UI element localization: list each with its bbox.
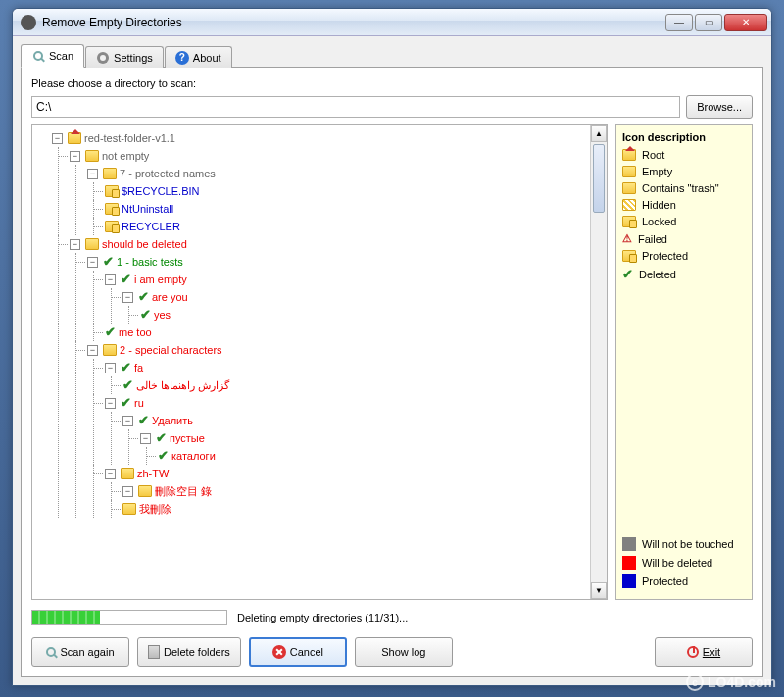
- tree-node[interactable]: NtUninstall: [105, 200, 588, 218]
- check-icon: ✔: [121, 271, 131, 288]
- node-label: fa: [134, 359, 143, 376]
- legend-color-row: Will not be touched: [622, 537, 746, 551]
- titlebar: Remove Empty Directories — ▭ ✕: [13, 9, 771, 36]
- expander-icon[interactable]: −: [105, 274, 116, 285]
- scroll-up-button[interactable]: ▲: [591, 125, 607, 142]
- button-row: Scan again Delete folders Cancel Show lo…: [31, 637, 753, 667]
- color-swatch-red: [622, 556, 636, 570]
- tree-node[interactable]: − ✔ пустые: [140, 429, 588, 447]
- tree-node-root[interactable]: − red-test-folder-v1.1: [52, 129, 588, 147]
- tree-node[interactable]: RECYCLER: [105, 218, 588, 235]
- scroll-thumb[interactable]: [593, 144, 605, 213]
- check-icon: ✔: [122, 376, 133, 394]
- expander-icon[interactable]: −: [52, 133, 63, 144]
- tree-node[interactable]: ✔yes: [140, 306, 588, 324]
- legend-label: Contains "trash": [642, 182, 719, 194]
- button-label: Exit: [703, 646, 720, 658]
- tree-node[interactable]: − ✔ i am empty: [105, 271, 588, 288]
- node-label: me too: [119, 324, 152, 341]
- expander-icon[interactable]: −: [105, 469, 116, 479]
- button-label: Delete folders: [164, 646, 230, 658]
- tree-node[interactable]: ✔каталоги: [158, 447, 588, 465]
- tree-node[interactable]: $RECYCLE.BIN: [105, 182, 588, 200]
- expander-icon[interactable]: −: [122, 486, 133, 497]
- expander-icon[interactable]: −: [87, 257, 98, 268]
- expander-icon[interactable]: −: [105, 363, 116, 373]
- expander-icon[interactable]: −: [87, 345, 98, 356]
- tree-node[interactable]: −刪除空目 錄: [122, 482, 588, 500]
- color-swatch-blue: [622, 574, 636, 588]
- tree-node[interactable]: − zh-TW: [105, 465, 588, 482]
- tree-node[interactable]: − ✔ fa: [105, 359, 588, 376]
- tab-scan[interactable]: Scan: [21, 44, 84, 68]
- expander-icon[interactable]: −: [70, 239, 80, 250]
- tree-node[interactable]: − ✔ Удалить: [122, 412, 588, 429]
- app-icon: [21, 15, 36, 30]
- expander-icon[interactable]: −: [140, 433, 151, 444]
- legend-label: Empty: [642, 166, 672, 177]
- expander-icon[interactable]: −: [87, 169, 98, 179]
- trash-folder-icon: [622, 182, 636, 194]
- vertical-scrollbar[interactable]: ▲ ▼: [590, 125, 607, 599]
- search-icon: [31, 49, 45, 63]
- scan-again-button[interactable]: Scan again: [31, 637, 129, 667]
- close-button[interactable]: ✕: [724, 14, 767, 31]
- color-swatch-gray: [622, 537, 636, 551]
- legend-row: Empty: [622, 166, 746, 177]
- exit-button[interactable]: Exit: [655, 637, 753, 667]
- legend-title: Icon description: [622, 131, 746, 143]
- path-row: Browse...: [31, 95, 753, 119]
- minimize-button[interactable]: —: [665, 14, 693, 31]
- node-label: yes: [154, 306, 171, 324]
- tree-node[interactable]: − not empty: [70, 147, 588, 165]
- legend-label: Will not be touched: [642, 538, 734, 550]
- browse-button[interactable]: Browse...: [686, 95, 753, 119]
- tree-node[interactable]: − should be deleted: [70, 235, 588, 253]
- node-label: 我刪除: [139, 500, 172, 518]
- node-label: are you: [152, 288, 188, 306]
- legend-color-row: Will be deleted: [622, 556, 746, 570]
- tree-node[interactable]: − 2 - special characters: [87, 341, 588, 359]
- tree-node[interactable]: − ✔ are you: [122, 288, 588, 306]
- path-input[interactable]: [31, 96, 680, 118]
- prompt-label: Please choose a directory to scan:: [31, 77, 753, 89]
- maximize-button[interactable]: ▭: [695, 14, 722, 31]
- expander-icon[interactable]: −: [122, 416, 133, 426]
- check-icon: ✔: [103, 253, 114, 271]
- expander-icon[interactable]: −: [70, 151, 80, 162]
- progress-bar: [31, 610, 227, 625]
- cancel-button[interactable]: Cancel: [249, 637, 347, 667]
- app-window: Remove Empty Directories — ▭ ✕ Scan Sett…: [12, 8, 772, 686]
- icon-legend: Icon description Root Empty Contains "tr…: [615, 124, 753, 600]
- legend-row: Hidden: [622, 199, 746, 211]
- legend-color-row: Protected: [622, 574, 746, 588]
- check-icon: ✔: [140, 306, 151, 324]
- node-label: Удалить: [152, 412, 193, 429]
- tree-node[interactable]: ✔گزارش راهنماها خالی: [122, 376, 588, 394]
- node-label: ru: [134, 394, 144, 412]
- expander-icon[interactable]: −: [122, 292, 133, 303]
- tree-node[interactable]: ✔me too: [105, 324, 588, 341]
- tree-node[interactable]: 我刪除: [122, 500, 588, 518]
- node-label: NtUninstall: [122, 200, 173, 218]
- check-icon: ✔: [105, 324, 116, 341]
- expander-icon[interactable]: −: [105, 398, 116, 409]
- locked-folder-icon: [105, 221, 119, 232]
- tab-settings[interactable]: Settings: [85, 46, 164, 68]
- tree-node[interactable]: − 7 - protected names: [87, 165, 588, 182]
- legend-row: ✔Deleted: [622, 267, 746, 281]
- scroll-down-button[interactable]: ▼: [591, 582, 607, 599]
- legend-label: Failed: [638, 233, 667, 245]
- scroll-track[interactable]: [591, 215, 607, 582]
- delete-folders-button[interactable]: Delete folders: [137, 637, 241, 667]
- legend-row: Root: [622, 149, 746, 161]
- directory-tree[interactable]: − red-test-folder-v1.1 −: [32, 125, 590, 599]
- tree-node[interactable]: − ✔ 1 - basic tests: [87, 253, 588, 271]
- legend-label: Locked: [642, 216, 676, 227]
- legend-row: ⚠Failed: [622, 232, 746, 245]
- show-log-button[interactable]: Show log: [355, 637, 453, 667]
- tree-node[interactable]: − ✔ ru: [105, 394, 588, 412]
- button-label: Show log: [381, 646, 425, 658]
- tab-about[interactable]: ? About: [165, 46, 232, 68]
- node-label: should be deleted: [102, 235, 187, 253]
